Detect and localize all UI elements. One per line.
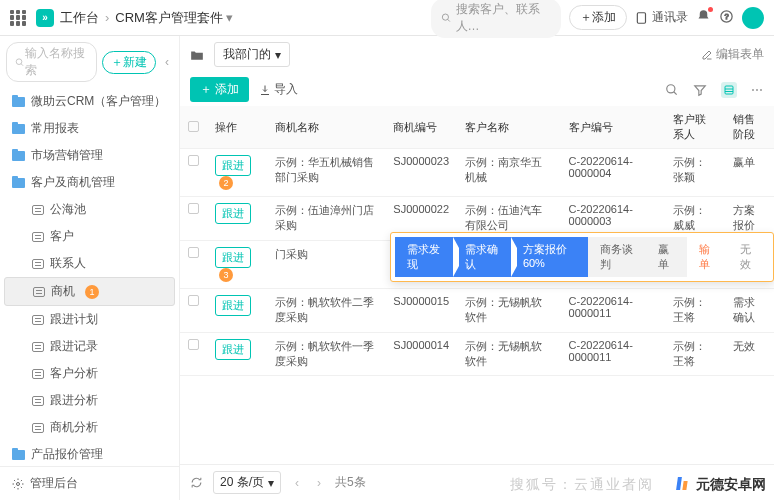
list-icon bbox=[32, 315, 44, 325]
gear-icon bbox=[12, 478, 24, 490]
stage-step[interactable]: 商务谈判 bbox=[588, 237, 646, 277]
sidebar-footer[interactable]: 管理后台 bbox=[0, 466, 179, 500]
bell-icon[interactable] bbox=[696, 9, 711, 27]
apps-icon[interactable] bbox=[10, 10, 26, 26]
sidebar-item-13[interactable]: 产品报价管理 bbox=[4, 441, 175, 466]
sidebar-item-4[interactable]: 公海池 bbox=[4, 196, 175, 223]
add-button[interactable]: ＋ 添加 bbox=[569, 5, 627, 30]
sidebar-item-10[interactable]: 客户分析 bbox=[4, 360, 175, 387]
svg-rect-13 bbox=[725, 86, 733, 94]
stage-step[interactable]: 赢单 bbox=[646, 237, 687, 277]
cell: 示例：帆软软件一季度采购 bbox=[267, 332, 385, 376]
sidebar-item-9[interactable]: 跟进记录 bbox=[4, 333, 175, 360]
opportunity-name: 示例：伍迪漳州门店采购 bbox=[275, 203, 377, 234]
checkbox[interactable] bbox=[188, 339, 199, 350]
follow-button[interactable]: 跟进 bbox=[215, 247, 251, 268]
follow-button[interactable]: 跟进 bbox=[215, 155, 251, 176]
sidebar: 输入名称搜索 ＋新建 ‹ 微助云CRM（客户管理）常用报表市场营销管理客户及商机… bbox=[0, 36, 180, 500]
checkbox[interactable] bbox=[188, 203, 199, 214]
svg-text:?: ? bbox=[724, 12, 728, 21]
opportunity-name: 示例：帆软软件二季度采购 bbox=[275, 295, 377, 326]
import-button[interactable]: 导入 bbox=[259, 81, 298, 98]
edit-form-label: 编辑表单 bbox=[716, 46, 764, 63]
avatar[interactable] bbox=[742, 7, 764, 29]
follow-button[interactable]: 跟进 bbox=[215, 295, 251, 316]
checkbox[interactable] bbox=[188, 247, 199, 258]
chevron-down-icon[interactable]: ▾ bbox=[226, 10, 233, 25]
checkbox[interactable] bbox=[188, 121, 199, 132]
list-icon bbox=[32, 232, 44, 242]
sidebar-item-1[interactable]: 常用报表 bbox=[4, 115, 175, 142]
checkbox[interactable] bbox=[188, 155, 199, 166]
nav-label: 联系人 bbox=[50, 255, 86, 272]
follow-button[interactable]: 跟进 bbox=[215, 203, 251, 224]
stage-step[interactable]: 输单 bbox=[687, 237, 728, 277]
edit-form-link[interactable]: 编辑表单 bbox=[701, 46, 764, 63]
breadcrumb-workspace[interactable]: 工作台 bbox=[60, 9, 99, 27]
table-row[interactable]: 跟进示例：帆软软件一季度采购SJ0000014示例：无锡帆软软件C-202206… bbox=[180, 332, 774, 376]
follow-button[interactable]: 跟进 bbox=[215, 339, 251, 360]
cell: 门采购 bbox=[267, 240, 385, 288]
stage-step[interactable]: 需求确认 bbox=[453, 237, 511, 277]
breadcrumb-suite[interactable]: CRM客户管理套件 bbox=[115, 9, 223, 27]
nav-label: 商机分析 bbox=[50, 419, 98, 436]
list-icon bbox=[32, 259, 44, 269]
next-page[interactable]: › bbox=[313, 476, 325, 490]
stage-step[interactable]: 方案报价 60% bbox=[511, 237, 588, 277]
chevron-right-icon: › bbox=[105, 10, 109, 25]
import-label: 导入 bbox=[274, 81, 298, 98]
refresh-icon[interactable] bbox=[190, 476, 203, 489]
breadcrumb: 工作台 › CRM客户管理套件 ▾ bbox=[60, 9, 233, 27]
nav-label: 市场营销管理 bbox=[31, 147, 103, 164]
collapse-icon[interactable]: ‹ bbox=[161, 55, 173, 69]
table-row[interactable]: 跟进2示例：华五机械销售部门采购SJ0000023示例：南京华五机械C-2022… bbox=[180, 149, 774, 197]
dept-select[interactable]: 我部门的 ▾ bbox=[214, 42, 290, 67]
sidebar-item-6[interactable]: 联系人 bbox=[4, 250, 175, 277]
checkbox[interactable] bbox=[188, 295, 199, 306]
sidebar-item-2[interactable]: 市场营销管理 bbox=[4, 142, 175, 169]
filter-icon[interactable] bbox=[693, 83, 707, 97]
col-header-1: 操作 bbox=[207, 106, 267, 149]
sidebar-item-7[interactable]: 商机1 bbox=[4, 277, 175, 306]
new-button[interactable]: ＋新建 bbox=[102, 51, 156, 74]
logo-icon: » bbox=[36, 9, 54, 27]
contacts-icon bbox=[635, 11, 649, 25]
svg-line-12 bbox=[674, 91, 677, 94]
cell: 示例：王将 bbox=[665, 332, 725, 376]
stage-step[interactable]: 无效 bbox=[728, 237, 769, 277]
more-icon[interactable]: ⋯ bbox=[751, 83, 764, 97]
sidebar-item-0[interactable]: 微助云CRM（客户管理） bbox=[4, 88, 175, 115]
cell: 示例：无锡帆软软件 bbox=[457, 332, 561, 376]
prev-page[interactable]: ‹ bbox=[291, 476, 303, 490]
sidebar-item-3[interactable]: 客户及商机管理 bbox=[4, 169, 175, 196]
cell: 示例：张颖 bbox=[665, 149, 725, 197]
page-size-select[interactable]: 20 条/页 ▾ bbox=[213, 471, 281, 494]
global-search[interactable]: 搜索客户、联系人… bbox=[431, 0, 561, 38]
nav-label: 跟进记录 bbox=[50, 338, 98, 355]
sidebar-item-11[interactable]: 跟进分析 bbox=[4, 387, 175, 414]
cell: 示例：王将 bbox=[665, 288, 725, 332]
cell: 跟进3 bbox=[207, 240, 267, 288]
table-row[interactable]: 跟进示例：帆软软件二季度采购SJ0000015示例：无锡帆软软件C-202206… bbox=[180, 288, 774, 332]
nav-label: 产品报价管理 bbox=[31, 446, 103, 463]
list-view-icon[interactable] bbox=[721, 82, 737, 98]
cell: 示例：无锡帆软软件 bbox=[457, 288, 561, 332]
cell: 示例：伍迪漳州门店采购 bbox=[267, 197, 385, 241]
contacts-label: 通讯录 bbox=[652, 9, 688, 26]
sidebar-item-5[interactable]: 客户 bbox=[4, 223, 175, 250]
col-header-6: 客户联系人 bbox=[665, 106, 725, 149]
add-label: 添加 bbox=[592, 9, 616, 26]
contacts-button[interactable]: 通讯录 bbox=[635, 9, 688, 26]
sidebar-item-8[interactable]: 跟进计划 bbox=[4, 306, 175, 333]
sidebar-search[interactable]: 输入名称搜索 bbox=[6, 42, 97, 82]
add-record-button[interactable]: ＋添加 bbox=[190, 77, 249, 102]
sidebar-item-12[interactable]: 商机分析 bbox=[4, 414, 175, 441]
cell: C-20220614-0000011 bbox=[561, 332, 666, 376]
help-icon[interactable]: ? bbox=[719, 9, 734, 27]
sidebar-search-placeholder: 输入名称搜索 bbox=[25, 45, 88, 79]
search-icon[interactable] bbox=[665, 83, 679, 97]
nav-label: 跟进计划 bbox=[50, 311, 98, 328]
nav: 微助云CRM（客户管理）常用报表市场营销管理客户及商机管理公海池客户联系人商机1… bbox=[0, 88, 179, 466]
cell: SJ0000014 bbox=[385, 332, 457, 376]
stage-step[interactable]: 需求发现 bbox=[395, 237, 453, 277]
